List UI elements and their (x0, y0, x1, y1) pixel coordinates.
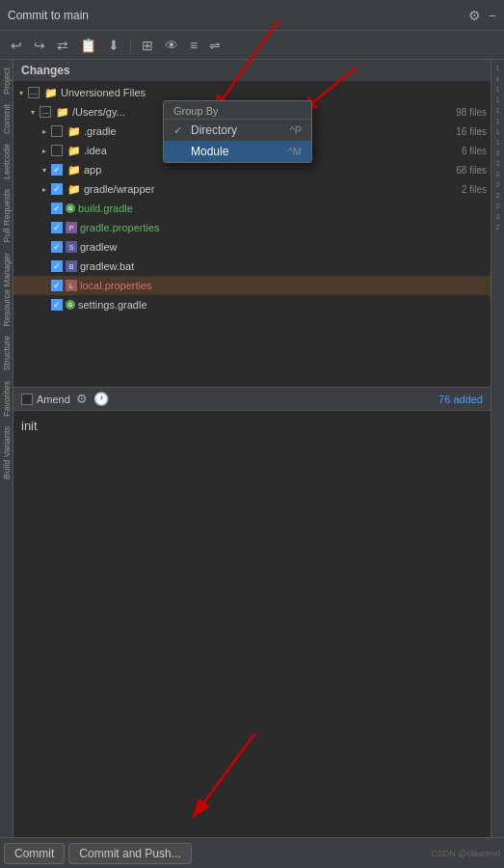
checkbox-gradle-props[interactable] (51, 222, 63, 233)
app-count: 68 files (456, 165, 487, 176)
line-num-3: 1 (495, 85, 499, 94)
unversioned-label: Unversioned Files (61, 87, 487, 98)
undo-btn[interactable]: ↩ (8, 36, 25, 55)
watermark: CSDN @clearend (431, 849, 500, 858)
app-label: app (84, 164, 449, 176)
tree-item-app[interactable]: 📁 app 68 files (13, 160, 491, 179)
checkbox-gradle-wrapper[interactable] (51, 183, 63, 195)
left-sidebar: Project Commit Leetcode Pull Requests Re… (0, 60, 13, 837)
changes-label: Changes (21, 64, 70, 77)
tree-item-gradlew-bat[interactable]: B gradlew.bat (13, 257, 491, 276)
gradle-props-label: gradle.properties (80, 222, 487, 233)
triangle-unversioned (17, 89, 25, 96)
settings-gradle-label: settings.gradle (78, 299, 487, 311)
redo-btn[interactable]: ↪ (31, 36, 48, 55)
icon-settings-gradle (66, 300, 75, 310)
dropdown-directory[interactable]: ✓ Directory ^P (164, 120, 311, 141)
eye-btn[interactable]: 👁 (162, 36, 181, 55)
triangle-idea (40, 147, 48, 154)
checkbox-idea[interactable] (51, 145, 63, 156)
sidebar-project[interactable]: Project (1, 64, 13, 98)
line-num-8: 1 (495, 138, 499, 147)
line-num-4: 1 (495, 95, 499, 104)
dropdown-menu: Group By ✓ Directory ^P Module ^M (163, 100, 312, 163)
checkbox-settings-gradle[interactable] (51, 299, 63, 311)
icon-gradlew: S (66, 241, 77, 253)
tree-item-build-gradle[interactable]: build.gradle (13, 199, 491, 218)
line-num-13: 2 (495, 191, 499, 200)
triangle-gradle-wrapper (40, 185, 48, 193)
tree-item-unversioned[interactable]: 📁 Unversioned Files (13, 83, 491, 102)
tree-item-gradle-wrapper[interactable]: 📁 gradle/wrapper 2 files (13, 179, 491, 199)
gradle-dir-count: 16 files (456, 126, 487, 137)
directory-label: Directory (191, 123, 237, 137)
sidebar-favorites[interactable]: Favorites (1, 377, 13, 420)
grid-btn[interactable]: ⊞ (139, 36, 156, 55)
amend-check: Amend (21, 393, 70, 405)
checkbox-local-props[interactable] (51, 280, 63, 291)
check-directory: ✓ (173, 124, 185, 137)
amend-label: Amend (37, 393, 70, 405)
commit-history-icon[interactable]: 🕐 (93, 392, 109, 406)
title-bar-icons: ⚙ − (468, 8, 496, 23)
line-num-2: 1 (495, 74, 499, 83)
sidebar-commit[interactable]: Commit (1, 100, 13, 138)
tree-item-gradle-properties[interactable]: P gradle.properties (13, 218, 491, 237)
idea-count: 6 files (462, 146, 487, 156)
checklist-btn[interactable]: 📋 (77, 36, 99, 55)
folder-users: 📁 (56, 106, 69, 119)
folder-gradle-wrapper: 📁 (67, 183, 81, 196)
folder-gradle-dir: 📁 (67, 125, 81, 138)
tree-item-gradlew[interactable]: S gradlew (13, 237, 491, 257)
line-num-11: 2 (495, 170, 499, 178)
checkbox-users[interactable] (40, 106, 51, 118)
triangle-app (40, 166, 48, 174)
checkbox-unversioned[interactable] (28, 87, 40, 98)
line-num-12: 2 (495, 180, 499, 189)
sidebar-resource[interactable]: Resource Manager (1, 249, 13, 331)
line-num-16: 2 (495, 223, 499, 231)
title-bar: Commit to main ⚙ − (0, 0, 504, 31)
dropdown-header: Group By (164, 101, 311, 120)
commit-message-input[interactable]: init (13, 411, 491, 837)
refresh-btn[interactable]: ⇄ (54, 36, 71, 55)
tree-item-local-properties[interactable]: L local.properties (13, 276, 491, 295)
settings-icon[interactable]: ⚙ (468, 8, 481, 23)
commit-button[interactable]: Commit (4, 843, 65, 864)
checkbox-gradlew[interactable] (51, 241, 63, 253)
module-shortcut: ^M (288, 146, 302, 157)
commit-push-button[interactable]: Commit and Push... (68, 843, 191, 864)
sidebar-structure[interactable]: Structure (1, 332, 13, 375)
download-btn[interactable]: ⬇ (105, 36, 122, 55)
main-area: Changes 📁 Unversioned Files 📁 /Users/gy.… (13, 60, 491, 837)
title-bar-title: Commit to main (8, 9, 89, 22)
changes-panel: Changes 📁 Unversioned Files 📁 /Users/gy.… (13, 60, 491, 388)
triangle-gradle-dir (40, 127, 48, 135)
folder-idea: 📁 (67, 145, 81, 157)
line-num-15: 2 (495, 212, 499, 221)
minimize-icon[interactable]: − (489, 8, 496, 23)
triangle-users (29, 108, 37, 116)
checkbox-gradlew-bat[interactable] (51, 260, 63, 272)
users-count: 98 files (456, 107, 487, 118)
sidebar-pull-requests[interactable]: Pull Requests (1, 185, 13, 247)
tree-item-settings-gradle[interactable]: settings.gradle (13, 295, 491, 314)
commit-toolbar: Amend ⚙ 🕐 76 added (13, 388, 491, 411)
commit-count: 76 added (438, 393, 483, 405)
amend-checkbox[interactable] (21, 393, 33, 405)
directory-shortcut: ^P (290, 124, 303, 136)
checkbox-app[interactable] (51, 164, 63, 176)
line-num-6: 1 (495, 117, 499, 125)
commit-settings-icon[interactable]: ⚙ (76, 392, 88, 406)
line-num-7: 1 (495, 127, 499, 136)
sidebar-build-variants[interactable]: Build Variants (1, 422, 13, 483)
sort-btn[interactable]: ⇌ (206, 36, 224, 55)
checkbox-build-gradle[interactable] (51, 203, 63, 214)
dropdown-module[interactable]: Module ^M (164, 141, 311, 162)
module-label: Module (191, 145, 228, 158)
sidebar-leetcode[interactable]: Leetcode (1, 140, 13, 183)
list-btn[interactable]: ≡ (187, 36, 200, 55)
gradlew-bat-label: gradlew.bat (80, 260, 487, 272)
right-sidebar: 1 1 1 1 1 1 1 1 2 2 2 2 2 2 2 2 (491, 60, 504, 837)
checkbox-gradle-dir[interactable] (51, 125, 63, 137)
